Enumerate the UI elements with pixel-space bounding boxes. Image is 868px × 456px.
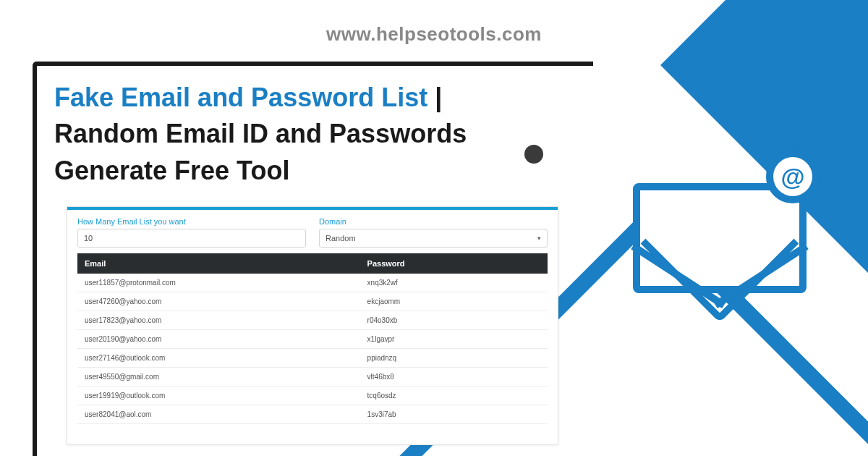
cell-email: user27146@outlook.com [85, 354, 367, 362]
cell-email: user11857@protonmail.com [85, 279, 367, 287]
cell-email: user19919@outlook.com [85, 392, 367, 400]
cell-email: user47260@yahoo.com [85, 297, 367, 305]
header-email: Email [85, 259, 367, 268]
table-row: user17823@yahoo.com r04o30xb [77, 311, 548, 330]
frame-border-top [33, 62, 593, 66]
count-input[interactable] [77, 229, 306, 248]
site-url: www.helpseotools.com [326, 23, 542, 46]
cell-password: vlt46bx8 [367, 373, 540, 381]
cell-password: ekcjaomm [367, 297, 540, 305]
table-row: user49550@gmail.com vlt46bx8 [77, 368, 548, 387]
chevron-down-icon: ▾ [537, 235, 541, 242]
title-rest-text: Random Email ID and Passwords Generate F… [54, 119, 467, 185]
table-row: user20190@yahoo.com x1lgavpr [77, 330, 548, 349]
connector-dot-icon [524, 145, 543, 164]
table-row: user27146@outlook.com ppiadnzq [77, 349, 548, 368]
cell-password: x1lgavpr [367, 335, 540, 343]
domain-selected-value: Random [326, 234, 356, 242]
table-row: user11857@protonmail.com xnq3k2wf [77, 274, 548, 292]
count-label: How Many Email List you want [77, 217, 306, 226]
domain-label: Domain [319, 217, 548, 226]
results-table: Email Password user11857@protonmail.com … [77, 253, 548, 424]
cell-password: r04o30xb [367, 316, 540, 324]
cell-email: user49550@gmail.com [85, 373, 367, 381]
table-row: user47260@yahoo.com ekcjaomm [77, 292, 548, 311]
table-header: Email Password [77, 253, 548, 274]
header-password: Password [367, 259, 540, 268]
cell-email: user20190@yahoo.com [85, 335, 367, 343]
envelope-icon: @ [633, 163, 807, 293]
title-accent-text: Fake Email and Password List [54, 83, 427, 112]
at-symbol-badge: @ [766, 150, 820, 203]
cell-email: user82041@aol.com [85, 410, 367, 418]
table-row: user19919@outlook.com tcq6osdz [77, 387, 548, 405]
cell-password: 1sv3i7ab [367, 410, 540, 418]
form-row: How Many Email List you want Domain Rand… [67, 210, 558, 253]
title-separator: | [427, 83, 442, 112]
cell-password: tcq6osdz [367, 392, 540, 400]
domain-select[interactable]: Random ▾ [319, 229, 548, 248]
cell-email: user17823@yahoo.com [85, 316, 367, 324]
table-row: user82041@aol.com 1sv3i7ab [77, 405, 548, 424]
cell-password: ppiadnzq [367, 354, 540, 362]
cell-password: xnq3k2wf [367, 279, 540, 287]
generator-panel: How Many Email List you want Domain Rand… [67, 206, 558, 445]
page-title: Fake Email and Password List | Random Em… [54, 80, 517, 189]
frame-border-left [33, 62, 37, 456]
